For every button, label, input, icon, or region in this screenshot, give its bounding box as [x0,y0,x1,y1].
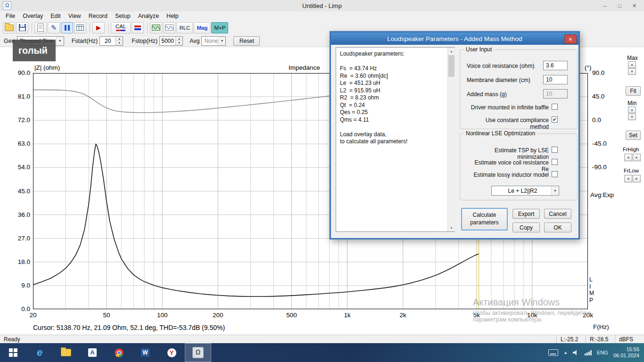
fstart-input[interactable]: 20 ▲▼ [99,36,123,46]
cal-label: CAL [113,24,128,29]
menu-view[interactable]: View [65,13,85,19]
menu-help[interactable]: Help [163,13,182,19]
set-button[interactable]: Set [626,131,641,140]
dialog-title: Loudspeaker Parameters - Added Mass Meth… [387,35,522,42]
fstart-down-icon[interactable]: ▼ [116,41,123,45]
max-spinner[interactable]: ▲▼ [628,61,636,75]
tray-chevron-up-icon[interactable]: ▲ [563,350,568,355]
minimize-button[interactable]: – [598,1,612,10]
reset-button[interactable]: Reset [233,36,260,46]
fstop-down-icon[interactable]: ▼ [176,41,182,45]
frlow-right-icon[interactable]: ► [633,175,641,182]
fstop-up-icon[interactable]: ▲ [176,37,182,41]
frhigh-spinner[interactable]: ◄► [624,154,641,161]
y-left-tick-label: 90.0 [11,69,30,76]
dialog-titlebar[interactable]: Loudspeaker Parameters - Added Mass Meth… [331,33,578,45]
record-button[interactable]: ▶ [92,22,105,33]
cancel-button[interactable]: Cancel [544,209,571,219]
document-icon [37,24,44,32]
pause-button[interactable] [61,22,73,33]
frhigh-right-icon[interactable]: ► [633,154,641,161]
estimate-tsp-checkbox[interactable] [552,147,558,153]
menu-analyze[interactable]: Analyze [134,13,163,19]
taskbar-app-a-button[interactable]: А [79,343,106,362]
menu-file[interactable]: File [2,13,19,19]
constant-compliance-checkbox[interactable]: ✔ [552,116,558,123]
taskbar-limp-button[interactable]: Ω [185,343,211,362]
close-button[interactable]: ✕ [627,1,641,10]
added-mass-label: Added mass (g) [467,91,507,98]
volume-icon[interactable] [573,350,579,355]
calibrate-button[interactable]: CAL [111,22,131,33]
min-label: Min [627,100,636,107]
save-button[interactable] [16,22,28,33]
calculate-parameters-button[interactable]: Calculate parameters [461,208,508,230]
language-indicator[interactable]: ENG [597,350,608,355]
ok-button[interactable]: OK [544,222,571,232]
min-up-icon[interactable]: ▲ [628,107,636,113]
scrollbar-thumb[interactable] [448,55,454,77]
menu-overlay[interactable]: Overlay [19,13,47,19]
scroll-up-icon[interactable]: ▲ [448,48,455,55]
infinite-baffle-checkbox[interactable] [552,104,558,110]
network-signal-icon[interactable] [585,350,592,355]
taskbar-chrome-button[interactable] [106,343,132,362]
fstop-input[interactable]: 5000 ▲▼ [159,36,183,46]
taskbar-explorer-button[interactable] [53,343,79,362]
magnitude-phase-button[interactable]: M+P [211,22,228,33]
copy-view-button[interactable] [34,22,47,33]
touch-keyboard-icon[interactable] [548,349,558,356]
frlow-left-icon[interactable]: ◄ [624,175,632,182]
min-spinner[interactable]: ▲▼ [628,107,636,120]
export-button[interactable]: Export [512,209,540,219]
min-down-icon[interactable]: ▼ [628,114,636,120]
status-ready: Ready [0,336,20,343]
taskbar-word-button[interactable]: W [132,343,158,362]
table-view-button[interactable] [74,22,86,33]
taskbar-ie-button[interactable]: e [26,343,53,362]
folder-icon [61,349,71,356]
max-down-icon[interactable]: ▼ [628,68,636,75]
clock[interactable]: 15:55 06.01.2024 [613,346,639,359]
menu-setup[interactable]: Setup [111,13,134,19]
parameters-text-panel[interactable]: Loudspeaker parameters: Fs = 43.74 Hz Re… [336,47,455,232]
pause-icon [65,25,70,31]
menu-record[interactable]: Record [85,13,111,19]
dialog-close-button[interactable]: ✕ [564,34,577,44]
overlay-name-tag[interactable]: голый [13,40,56,61]
maximize-button[interactable]: □ [613,1,627,10]
estimate-re-checkbox[interactable] [552,159,558,165]
voice-coil-input[interactable]: 3.6 [543,61,568,70]
x-tick-label: 500 [286,312,297,319]
avg-select[interactable]: None ▼ [201,36,226,46]
frlow-spinner[interactable]: ◄► [624,175,641,182]
rlc-button[interactable]: RLC [176,22,193,33]
start-button[interactable] [0,343,26,362]
copy-button[interactable]: Copy [512,222,540,232]
waveform-green-button[interactable] [150,22,162,33]
waveform-blue-button[interactable] [163,22,175,33]
open-button[interactable] [3,22,15,33]
lossy-inductor-checkbox[interactable] [552,171,558,177]
chevron-down-icon: ▼ [56,37,64,45]
edit-signal-button[interactable]: ✎ [48,22,60,33]
membrane-diameter-input[interactable]: 10 [543,75,568,84]
ie-icon: e [37,347,42,358]
rlc-label: RLC [177,25,192,31]
system-tray: ▲ ENG 15:55 06.01.2024 [548,346,644,359]
frhigh-left-icon[interactable]: ◄ [624,154,632,161]
inductor-model-select[interactable]: Le + L2||R2 ▼ [491,186,559,196]
y-left-tick-label: 27.0 [11,235,30,242]
avg-value: None [202,38,218,44]
magnitude-button[interactable]: Mag [194,22,210,33]
scroll-down-icon[interactable]: ▼ [448,224,455,231]
fstart-up-icon[interactable]: ▲ [116,37,123,41]
fit-button[interactable]: Fit [626,86,641,96]
fstart-value: 20 [100,37,116,45]
max-up-icon[interactable]: ▲ [628,61,636,68]
generator-setup-button[interactable] [132,22,144,33]
taskbar-yandex-button[interactable]: Y [158,343,185,362]
cal-stripe-icon [116,30,125,31]
menu-edit[interactable]: Edit [47,13,65,19]
parameters-scrollbar[interactable]: ▲ ▼ [447,48,455,231]
